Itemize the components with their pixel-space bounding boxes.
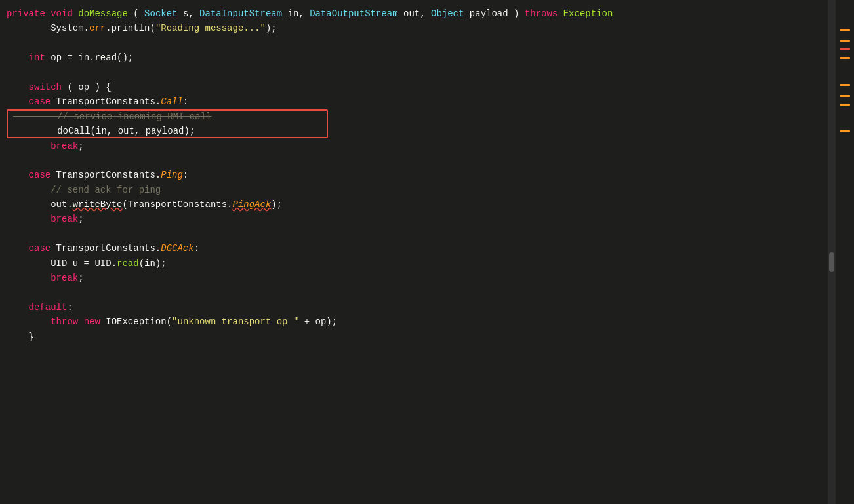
code-line-switch: switch ( op ) {	[0, 80, 828, 94]
code-line-writebyte: out.writeByte(TransportConstants.PingAck…	[0, 197, 828, 212]
code-editor: private void doMessage ( Socket s, DataI…	[0, 0, 828, 504]
code-line-empty-3	[0, 153, 828, 168]
code-line-comment-ping: // send ack for ping	[0, 183, 828, 197]
gutter-mark-1	[840, 29, 850, 31]
gutter-mark-7	[840, 104, 850, 106]
keyword-void: void	[51, 7, 73, 21]
code-line-closing-brace: }	[0, 330, 828, 344]
code-line-docall: doCall(in, out, payload);	[7, 124, 828, 138]
code-line-2: System.err.println("Reading message...")…	[0, 21, 828, 35]
keyword-private: private	[7, 7, 45, 21]
code-line-case-ping: case TransportConstants.Ping:	[0, 168, 828, 182]
gutter-mark-6	[840, 95, 850, 97]
code-line-empty-4	[0, 227, 828, 241]
code-line-4: int op = in.read();	[0, 50, 828, 65]
code-line-break-2: break;	[0, 212, 828, 226]
method-name: doMessage	[78, 7, 128, 21]
gutter-mark-5	[840, 84, 850, 86]
scrollbar-track[interactable]	[828, 0, 836, 504]
code-line-case-call: case TransportConstants.Call:	[0, 94, 828, 109]
code-line-case-dgcack: case TransportConstants.DGCAck:	[0, 241, 828, 256]
gutter-mark-4	[840, 57, 850, 59]
code-line-break-3: break;	[0, 271, 828, 285]
code-line-uid: UID u = UID.read(in);	[0, 256, 828, 271]
code-line-empty-5	[0, 285, 828, 300]
code-line-throw: throw new IOException("unknown transport…	[0, 315, 828, 329]
code-line-break-1: break;	[0, 139, 828, 153]
right-gutter	[836, 0, 854, 504]
code-line-empty-1	[0, 36, 828, 50]
code-line-comment-call: // service incoming RMI call	[7, 109, 828, 124]
code-line-1: private void doMessage ( Socket s, DataI…	[0, 7, 828, 21]
code-line-empty-2	[0, 66, 828, 80]
gutter-mark-3	[840, 48, 850, 50]
gutter-mark-8	[840, 130, 850, 132]
gutter-mark-2	[840, 40, 850, 42]
code-line-default: default:	[0, 300, 828, 315]
highlighted-region: // service incoming RMI call doCall(in, …	[7, 109, 828, 139]
scrollbar-thumb[interactable]	[829, 252, 834, 272]
